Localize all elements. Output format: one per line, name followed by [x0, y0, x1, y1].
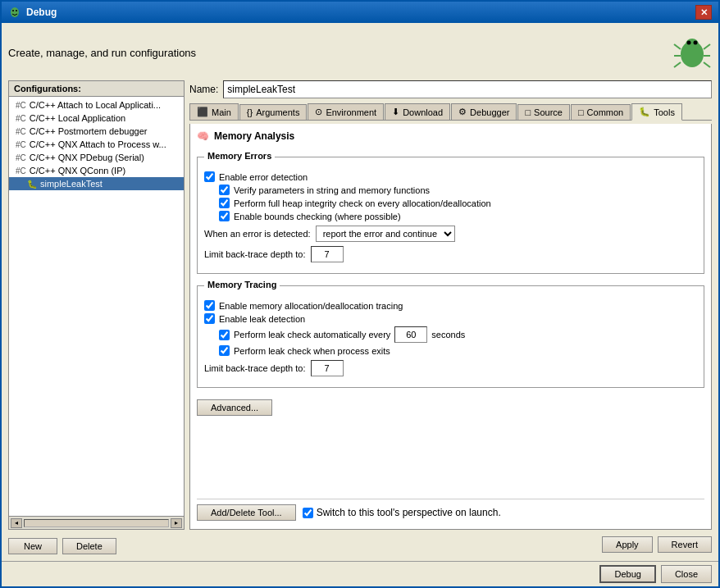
window-content: Create, manage, and run configurations C… — [2, 23, 718, 561]
enable-error-detection-label: Enable error detection — [219, 172, 308, 182]
tab-tools-label: Tools — [654, 107, 675, 117]
tab-main[interactable]: ⬛ Main — [189, 103, 239, 120]
bottom-tool-row: Add/Delete Tool... Switch to this tool's… — [197, 499, 704, 522]
tab-source[interactable]: □ Source — [517, 104, 570, 120]
tab-download[interactable]: ⬇ Download — [385, 103, 450, 120]
tree-label-postmortem: C/C++ Postmortem debugger — [30, 126, 148, 136]
add-delete-tool-button[interactable]: Add/Delete Tool... — [197, 504, 296, 521]
tab-download-icon: ⬇ — [392, 107, 399, 117]
advanced-button[interactable]: Advanced... — [197, 399, 272, 416]
tab-debugger-icon: ⚙ — [458, 107, 467, 117]
tree-item-qnx-pdebug[interactable]: #C C/C++ QNX PDebug (Serial) — [9, 151, 184, 164]
tree-icon-qnx-qconn: #C — [16, 166, 26, 175]
close-button[interactable]: Close — [661, 565, 712, 583]
limit-backtrace2-row: Limit back-trace depth to: — [204, 360, 697, 376]
debug-icon — [8, 6, 21, 19]
revert-button[interactable]: Revert — [658, 536, 712, 553]
verify-params-row: Verify parameters in string and memory f… — [219, 185, 697, 195]
perform-leak-exit-label: Perform leak check when process exits — [234, 346, 390, 356]
configurations-header: Configurations: — [9, 81, 184, 97]
header-area: Create, manage, and run configurations — [8, 30, 712, 75]
error-detected-select[interactable]: report the error and continue report the… — [316, 226, 455, 242]
debug-button[interactable]: Debug — [599, 565, 655, 583]
tree-item-local-app[interactable]: #C C/C++ Local Application — [9, 112, 184, 125]
limit-backtrace-row: Limit back-trace depth to: — [204, 246, 697, 262]
footer-area: Debug Close — [2, 561, 718, 586]
left-panel: Configurations: #C C/C++ Attach to Local… — [8, 80, 185, 530]
full-heap-checkbox[interactable] — [219, 198, 230, 208]
svg-line-12 — [704, 62, 710, 67]
switch-perspective-label: Switch to this tool's perspective on lau… — [317, 507, 501, 518]
tree-icon-qnx-pdebug: #C — [16, 153, 26, 162]
scroll-right-btn[interactable]: ▸ — [171, 518, 182, 528]
scroll-left-btn[interactable]: ◂ — [11, 518, 22, 528]
tree-area[interactable]: #C C/C++ Attach to Local Applicati... #C… — [9, 97, 184, 516]
tab-environment[interactable]: ⊙ Environment — [308, 103, 384, 120]
tab-main-icon: ⬛ — [197, 107, 208, 117]
memory-errors-label: Memory Errors — [204, 151, 275, 161]
tab-common[interactable]: □ Common — [571, 104, 631, 120]
verify-params-label: Verify parameters in string and memory f… — [234, 185, 430, 195]
tree-icon-postmortem: #C — [16, 127, 26, 136]
right-panel: Name: ⬛ Main {} Arguments ⊙ Enviro — [189, 80, 712, 530]
enable-allocation-tracing-checkbox[interactable] — [204, 300, 215, 311]
leak-seconds-input[interactable] — [394, 326, 427, 343]
bug-logo-icon — [672, 33, 712, 72]
tabs-bar: ⬛ Main {} Arguments ⊙ Environment ⬇ Down… — [189, 103, 712, 121]
bounds-check-label: Enable bounds checking (where possible) — [234, 212, 401, 221]
tab-source-icon: □ — [525, 107, 531, 117]
new-button[interactable]: New — [8, 538, 57, 554]
tree-label-qnx-qconn: C/C++ QNX QConn (IP) — [30, 166, 125, 175]
tree-item-postmortem[interactable]: #C C/C++ Postmortem debugger — [9, 125, 184, 138]
tab-tools-icon: 🐛 — [639, 107, 650, 117]
verify-params-checkbox[interactable] — [219, 185, 230, 195]
window-title: Debug — [26, 7, 57, 18]
tab-debugger-label: Debugger — [470, 107, 509, 117]
tree-label-qnx-pdebug: C/C++ QNX PDebug (Serial) — [30, 153, 144, 162]
tab-tools-header-label: Memory Analysis — [214, 130, 294, 142]
memory-errors-section: Memory Errors Enable error detection Ver… — [197, 157, 704, 274]
enable-leak-detection-checkbox[interactable] — [204, 313, 215, 324]
svg-point-6 — [694, 41, 698, 45]
full-heap-label: Perform full heap integrity check on eve… — [234, 198, 491, 208]
switch-perspective-row: Switch to this tool's perspective on lau… — [303, 507, 501, 518]
error-detected-row: When an error is detected: report the er… — [204, 226, 697, 242]
apply-button[interactable]: Apply — [602, 536, 653, 553]
limit-backtrace-input[interactable] — [311, 246, 344, 262]
tree-item-attach-local[interactable]: #C C/C++ Attach to Local Applicati... — [9, 98, 184, 112]
name-input[interactable] — [223, 80, 712, 98]
enable-error-detection-checkbox[interactable] — [204, 171, 215, 182]
tab-arguments[interactable]: {} Arguments — [239, 104, 308, 120]
svg-point-2 — [16, 10, 17, 11]
error-detected-label: When an error is detected: — [204, 229, 311, 239]
svg-line-7 — [674, 44, 681, 49]
delete-button[interactable]: Delete — [62, 538, 116, 554]
bottom-btns-left: New Delete — [8, 535, 116, 554]
close-window-button[interactable]: ✕ — [695, 5, 712, 20]
tab-download-label: Download — [403, 107, 443, 117]
perform-leak-check-row: Perform leak check automatically every s… — [219, 326, 697, 343]
tab-arguments-label: Arguments — [256, 107, 299, 117]
tree-icon-simple-leak: 🐛 — [27, 180, 37, 189]
tab-debugger[interactable]: ⚙ Debugger — [451, 103, 517, 120]
perform-leak-exit-row: Perform leak check when process exits — [219, 345, 697, 356]
scroll-track[interactable] — [24, 519, 169, 527]
limit-backtrace2-input[interactable] — [311, 360, 344, 376]
debug-close-row: Debug Close — [599, 565, 712, 583]
perform-leak-check-checkbox[interactable] — [219, 330, 230, 340]
bounds-check-row: Enable bounds checking (where possible) — [219, 211, 697, 221]
limit-backtrace2-label: Limit back-trace depth to: — [204, 363, 306, 373]
header-title: Create, manage, and run configurations — [8, 47, 196, 59]
tree-item-qnx-attach[interactable]: #C C/C++ QNX Attach to Process w... — [9, 138, 184, 151]
tab-common-label: Common — [587, 107, 624, 117]
perform-leak-exit-checkbox[interactable] — [219, 345, 230, 356]
switch-perspective-checkbox[interactable] — [303, 508, 313, 518]
enable-allocation-tracing-row: Enable memory allocation/deallocation tr… — [204, 300, 697, 311]
tab-tools[interactable]: 🐛 Tools — [631, 103, 682, 121]
bounds-check-checkbox[interactable] — [219, 211, 230, 221]
tree-item-qnx-qconn[interactable]: #C C/C++ QNX QConn (IP) — [9, 164, 184, 177]
tree-item-simple-leak[interactable]: 🐛 simpleLeakTest — [9, 177, 184, 190]
svg-line-9 — [674, 62, 681, 67]
perform-leak-check-label: Perform leak check automatically every — [234, 330, 390, 340]
apply-revert-row: Apply Revert — [602, 536, 712, 553]
